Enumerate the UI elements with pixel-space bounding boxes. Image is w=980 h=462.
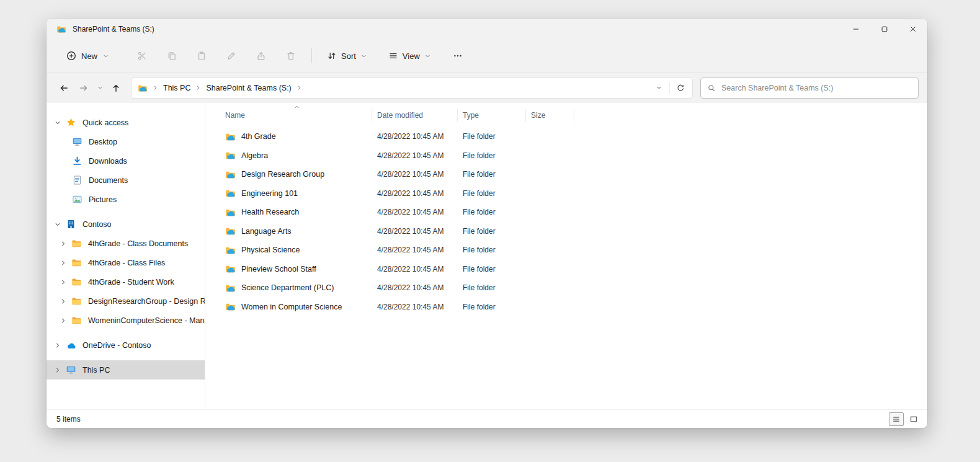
maximize-button[interactable] [870,19,899,40]
close-icon [909,25,917,33]
file-row[interactable]: Science Department (PLC) 4/28/2022 10:45… [220,278,927,298]
sidebar-item-label: Downloads [89,157,127,166]
refresh-button[interactable] [671,79,690,97]
file-row[interactable]: Physical Science 4/28/2022 10:45 AM File… [220,241,927,260]
sidebar-item-4thgrade-class-documents[interactable]: 4thGrade - Class Documents [47,234,205,253]
rename-button[interactable] [220,45,243,67]
onedrive-cloud-icon [66,340,76,350]
column-header-date-modified[interactable]: Date modified [372,109,458,122]
sidebar-item-pictures[interactable]: Pictures [47,190,205,209]
breadcrumb-separator-icon [152,84,159,91]
this-pc-icon [66,365,76,375]
chevron-down-icon[interactable] [53,118,63,128]
sidebar-item-downloads[interactable]: Downloads [47,151,205,171]
up-button[interactable] [106,78,126,98]
file-date: 4/28/2022 10:45 AM [372,246,458,254]
file-type: File folder [458,283,526,292]
file-date: 4/28/2022 10:45 AM [372,170,458,179]
plus-circle-icon [66,51,76,61]
sidebar-item-womenincomputerscience[interactable]: WomeninComputerScience - Manage [47,311,205,330]
file-date: 4/28/2022 10:45 AM [372,265,458,273]
column-header-type[interactable]: Type [458,109,526,122]
address-dropdown-button[interactable] [649,79,668,97]
chevron-right-icon[interactable] [58,277,68,287]
file-row[interactable]: Health Research 4/28/2022 10:45 AM File … [220,203,927,222]
folder-icon [71,238,82,249]
details-view-icon [892,415,901,424]
column-header-size[interactable]: Size [526,109,574,122]
file-row[interactable]: Pineview School Staff 4/28/2022 10:45 AM… [220,260,927,279]
clipboard-group [130,45,303,67]
cloud-folder-icon [225,301,236,312]
more-options-button[interactable] [446,45,470,67]
column-header-name[interactable]: Name [220,109,372,122]
file-list: Name Date modified Type Size 4th Grade 4… [205,103,927,409]
share-button[interactable] [249,45,273,67]
sidebar-item-contoso[interactable]: Contoso [47,215,205,234]
sidebar-item-desktop[interactable]: Desktop [47,132,205,151]
sidebar-item-4thgrade-student-work[interactable]: 4thGrade - Student Work [47,272,205,291]
chevron-down-icon[interactable] [53,220,63,229]
status-bar: 5 items [47,409,927,428]
large-icons-view-icon [909,415,918,424]
content-area: Quick access Desktop Downloads Documents… [47,103,927,409]
breadcrumb-this-pc[interactable]: This PC [159,81,194,95]
chevron-down-icon [97,84,104,91]
sidebar-item-documents[interactable]: Documents [47,171,205,190]
file-date: 4/28/2022 10:45 AM [372,227,458,236]
minimize-button[interactable] [842,19,870,40]
file-row[interactable]: Women in Computer Science 4/28/2022 10:4… [220,298,927,317]
chevron-right-icon[interactable] [53,340,63,350]
sidebar-item-onedrive[interactable]: OneDrive - Contoso [47,335,205,355]
recent-locations-button[interactable] [94,78,106,98]
address-bar[interactable]: This PC SharePoint & Teams (S:) [131,78,693,99]
details-view-button[interactable] [889,412,904,426]
file-date: 4/28/2022 10:45 AM [372,132,458,141]
cloud-folder-icon [225,131,236,142]
back-arrow-icon [59,83,69,93]
paste-button[interactable] [190,45,213,67]
sidebar-item-quick-access[interactable]: Quick access [47,113,205,132]
back-button[interactable] [54,78,74,98]
file-name: Design Research Group [241,170,324,179]
chevron-right-icon[interactable] [53,365,63,375]
sort-button[interactable]: Sort [321,47,373,65]
file-date: 4/28/2022 10:45 AM [372,303,458,311]
cloud-folder-icon [225,207,236,218]
sidebar-item-label: Documents [89,176,128,185]
column-header-label: Size [531,111,545,120]
chevron-right-icon[interactable] [58,258,68,268]
large-icons-view-button[interactable] [906,412,921,426]
file-type: File folder [458,227,526,236]
view-button-label: View [403,51,420,61]
file-type: File folder [458,151,526,160]
cut-button[interactable] [130,45,154,67]
new-button[interactable]: New [59,47,117,65]
search-input[interactable] [721,84,912,92]
forward-arrow-icon [79,83,89,93]
sidebar-item-label: Quick access [82,118,128,127]
search-box [700,78,919,99]
file-row[interactable]: 4th Grade 4/28/2022 10:45 AM File folder [220,127,927,146]
view-button[interactable]: View [382,47,437,65]
star-icon [66,117,76,128]
chevron-right-icon[interactable] [58,239,68,249]
breadcrumb-drive[interactable]: SharePoint & Teams (S:) [202,81,295,95]
sidebar-item-4thgrade-class-files[interactable]: 4thGrade - Class Files [47,253,205,272]
close-button[interactable] [899,19,927,40]
copy-button[interactable] [160,45,184,67]
sidebar-item-label: OneDrive - Contoso [82,341,151,350]
file-row[interactable]: Engineering 101 4/28/2022 10:45 AM File … [220,184,927,203]
chevron-right-icon[interactable] [58,296,68,306]
item-count: 5 items [56,415,81,424]
file-row[interactable]: Algebra 4/28/2022 10:45 AM File folder [220,146,927,166]
delete-button[interactable] [279,45,303,67]
file-row[interactable]: Language Arts 4/28/2022 10:45 AM File fo… [220,222,927,241]
file-name: Women in Computer Science [241,303,342,311]
column-headers: Name Date modified Type Size [220,105,927,125]
chevron-right-icon[interactable] [58,316,68,326]
sidebar-item-designresearchgroup[interactable]: DesignResearchGroup - Design Resea [47,291,205,311]
sidebar-item-this-pc[interactable]: This PC [47,360,205,380]
file-row[interactable]: Design Research Group 4/28/2022 10:45 AM… [220,165,927,184]
forward-button[interactable] [74,78,94,98]
